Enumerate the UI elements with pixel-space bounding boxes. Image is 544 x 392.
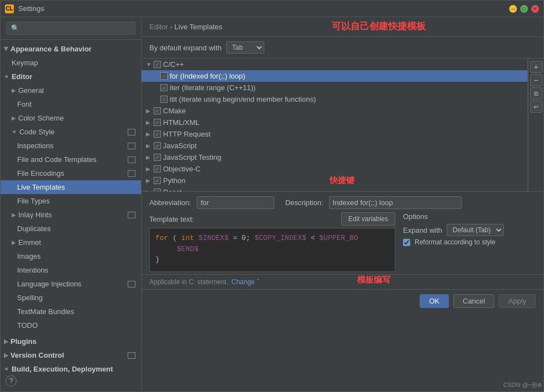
tree-group-cmake[interactable]: ▶ CMake [142,105,527,117]
revert-button[interactable]: ↩ [530,101,542,113]
arrow-icon: ▼ [3,367,9,372]
expand-arrow-icon: ▶ [146,131,151,137]
change-link[interactable]: Change ˅ [232,278,260,286]
sidebar-item-emmet[interactable]: ▶ Emmet [1,236,141,249]
sidebar-item-color-scheme[interactable]: ▶ Color Scheme [1,111,141,125]
abbreviation-input[interactable] [197,196,274,209]
expand-arrow-icon: ▶ [146,119,151,126]
checkbox-cpp[interactable] [154,61,161,68]
code-area[interactable]: for ( int $INDEX$ = 0; $COPY_INDEX$ < $U… [149,228,395,272]
sidebar-item-editor[interactable]: ▼ Editor [1,70,141,83]
sidebar-item-language-injections[interactable]: Language Injections [1,277,141,291]
tree-group-jstest[interactable]: ▶ JavaScript Testing [142,151,527,163]
sidebar-item-general[interactable]: ▶ General [1,83,141,97]
expand-arrow-icon: ▼ [146,61,151,67]
description-input[interactable] [329,196,462,209]
sidebar-item-file-types[interactable]: File Types [1,194,141,208]
sidebar-item-images[interactable]: Images [1,249,141,263]
checkbox-cmake[interactable] [154,107,161,114]
cancel-button[interactable]: Cancel [453,294,494,308]
tree-group-python[interactable]: ▶ Python [142,175,527,186]
apply-button[interactable]: Apply [499,294,536,308]
sidebar-item-live-templates[interactable]: Live Templates [1,180,141,194]
sidebar-item-code-style[interactable]: ▼ Code Style [1,125,141,139]
group-label-jstest: JavaScript Testing [163,153,221,161]
breadcrumb-editor: Editor [149,23,168,31]
close-button[interactable]: ✕ [531,5,539,13]
search-input[interactable] [6,22,135,35]
help-button[interactable]: ? [6,375,17,386]
abbr-label: Abbreviation: [149,198,191,207]
expand-with-select[interactable]: Default (Tab) Tab Enter [447,224,504,236]
side-buttons: + − ⧉ ↩ [528,59,543,191]
breadcrumb-separator: › [170,23,175,31]
expand-arrow-icon: ▶ [146,108,151,114]
sidebar-item-textmate[interactable]: TextMate Bundles [1,305,141,318]
item-label-iter: iter (Iterate range (C++11)) [170,83,255,92]
sidebar-item-inlay-hints[interactable]: ▶ Inlay Hints [1,208,141,222]
checkbox-for[interactable] [160,72,168,80]
group-label-cmake: CMake [163,107,186,115]
sidebar-item-spelling[interactable]: Spelling [1,291,141,305]
search-box [1,17,141,40]
applicable-text: Applicable in C: statement. [149,278,228,286]
tree-group-objc[interactable]: ▶ Objective-C [142,163,527,175]
ok-button[interactable]: OK [420,294,449,308]
reformat-label: Reformat according to style [415,238,495,246]
sidebar-item-plugins[interactable]: ▶ Plugins [1,334,141,348]
sidebar-item-todo[interactable]: TODO [1,318,141,332]
abbr-desc-row: Abbreviation: Description: [149,196,536,209]
tree-item-iter[interactable]: iter (Iterate range (C++11)) [142,82,527,93]
checkbox-jstest[interactable] [154,154,161,161]
group-label-http: HTTP Request [163,130,211,138]
tree-group-htmlxml[interactable]: ▶ HTML/XML [142,117,527,128]
checkbox-iter[interactable] [160,84,168,91]
sidebar-item-file-encodings[interactable]: File Encodings [1,166,141,180]
main-content: ▶ Appearance & Behavior Keymap ▼ Editor … [1,17,543,391]
checkbox-js[interactable] [154,142,161,149]
edit-area: Abbreviation: Description: 快捷键 Template … [142,191,543,274]
sidebar-item-inspections[interactable]: Inspections [1,139,141,153]
options-section: Options Expand with Default (Tab) Tab En… [403,212,536,272]
maximize-button[interactable]: □ [520,5,528,13]
code-line-1: for ( int $INDEX$ = 0; $COPY_INDEX$ < $U… [155,233,389,244]
tree-item-itit[interactable]: itit (Iterate using begin/end member fun… [142,93,527,105]
checkbox-http[interactable] [154,130,161,138]
checkbox-python[interactable] [154,177,161,184]
edit-variables-button[interactable]: Edit variables [341,212,395,226]
group-label-objc: Objective-C [163,165,201,173]
remove-button[interactable]: − [530,74,542,86]
app-icon: CL [5,4,14,13]
titlebar: CL Settings ─ □ ✕ [1,1,543,17]
tree-item-for[interactable]: for (Indexed for(;;) loop) [142,70,527,82]
applicable-bar: Applicable in C: statement. Change ˅ [142,274,543,289]
bottom-split: Template text: Edit variables for ( int … [149,212,536,272]
sidebar-item-build[interactable]: ▼ Build, Execution, Deployment [1,362,141,376]
sidebar: ▶ Appearance & Behavior Keymap ▼ Editor … [1,17,142,391]
copy-button[interactable]: ⧉ [530,87,542,100]
arrow-icon: ▶ [12,115,16,121]
checkbox-objc[interactable] [154,165,161,173]
tree-group-react[interactable]: ▶ React [142,186,527,191]
expand-select[interactable]: Tab Enter Space [226,41,264,54]
add-button[interactable]: + [530,61,542,73]
sidebar-item-appearance[interactable]: ▶ Appearance & Behavior [1,42,141,56]
sidebar-item-intentions[interactable]: Intentions [1,263,141,277]
expand-label: By default expand with [149,44,222,52]
sidebar-item-font[interactable]: Font [1,97,141,111]
copy-icon [128,212,135,218]
sidebar-item-file-code-templates[interactable]: File and Code Templates [1,153,141,166]
reformat-checkbox[interactable] [403,239,410,246]
sidebar-item-keymap[interactable]: Keymap [1,56,141,70]
expand-arrow-icon: ▶ [146,143,151,149]
tree-group-cpp[interactable]: ▼ C/C++ [142,59,527,70]
checkbox-itit[interactable] [160,96,168,103]
expand-bar: By default expand with Tab Enter Space [142,37,543,59]
tree-group-js[interactable]: ▶ JavaScript [142,140,527,151]
minimize-button[interactable]: ─ [509,5,517,13]
checkbox-htmlxml[interactable] [154,119,161,126]
sidebar-item-version-control[interactable]: ▶ Version Control [1,348,141,362]
tree-group-http[interactable]: ▶ HTTP Request [142,128,527,140]
group-label-python: Python [163,176,185,185]
sidebar-item-duplicates[interactable]: Duplicates [1,222,141,236]
